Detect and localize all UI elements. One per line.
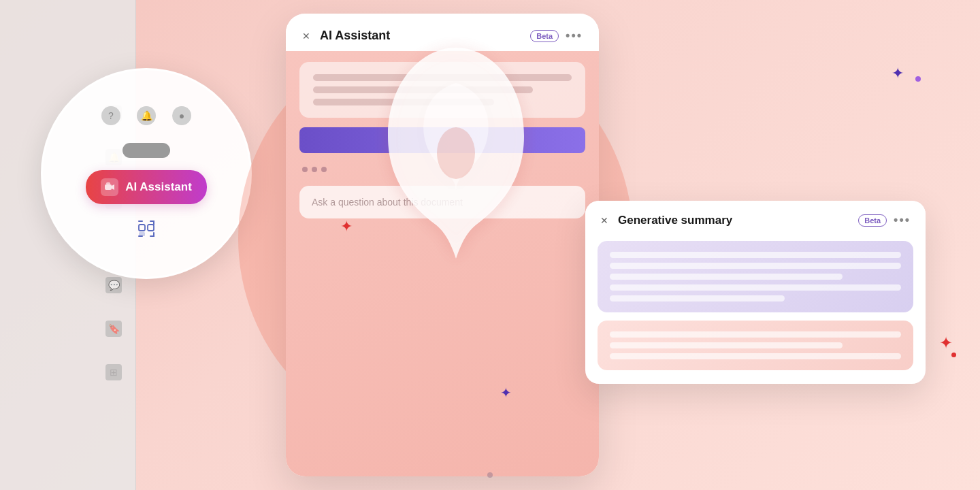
question-circle-icon: ? [101, 106, 120, 125]
bookmark-icon: 🔖 [105, 321, 122, 337]
summary-block-1 [598, 241, 913, 312]
summary-line-7 [610, 342, 843, 348]
scan-icon [137, 219, 156, 238]
summary-line-3 [610, 274, 843, 280]
close-icon[interactable]: ✕ [302, 31, 310, 42]
summary-line-4 [610, 284, 901, 291]
magnifier-top-row: ? 🔔 ● [101, 106, 191, 125]
svg-rect-1 [106, 182, 110, 184]
ask-placeholder: Ask a question about this document [312, 197, 463, 208]
chat-icon: 💬 [105, 277, 122, 293]
right-card-title: Generative summary [618, 214, 851, 227]
document-preview [299, 62, 585, 118]
svg-rect-3 [148, 225, 154, 231]
card-content: Ask a question about this document [286, 51, 599, 476]
dot-1 [302, 167, 308, 172]
ai-assistant-panel: ✕ AI Assistant Beta ••• Ask a question a… [286, 14, 599, 476]
card-header: ✕ AI Assistant Beta ••• [286, 14, 599, 51]
bell-circle-icon: 🔔 [137, 106, 156, 125]
dot-3 [321, 167, 327, 172]
summary-line-2 [610, 263, 901, 269]
doc-line-2 [313, 86, 533, 93]
summary-line-6 [610, 331, 901, 338]
ai-assistant-label: AI Assistant [125, 180, 192, 194]
bottom-indicator-dot [487, 472, 493, 478]
svg-rect-2 [139, 225, 145, 231]
svg-rect-0 [105, 184, 112, 190]
right-card-header: ✕ Generative summary Beta ••• [585, 201, 926, 237]
doc-line-3 [313, 99, 494, 105]
right-close-icon[interactable]: ✕ [600, 215, 608, 226]
grid-icon: ⊞ [105, 364, 122, 380]
summary-line-8 [610, 353, 901, 359]
summary-line-5 [610, 295, 785, 301]
summary-block-2 [598, 321, 913, 370]
avatar-circle-icon: ● [172, 106, 191, 125]
card-title: AI Assistant [320, 29, 523, 43]
highlight-bar [299, 127, 585, 153]
right-beta-badge: Beta [858, 214, 887, 227]
ask-input[interactable]: Ask a question about this document [299, 186, 585, 218]
summary-line-1 [610, 252, 901, 258]
gray-pill [122, 143, 170, 158]
magnifier-circle: ? 🔔 ● AI Assistant [41, 68, 252, 279]
ai-icon [101, 178, 118, 196]
beta-badge: Beta [530, 30, 559, 42]
generative-summary-panel: ✕ Generative summary Beta ••• [585, 201, 926, 384]
more-options-icon[interactable]: ••• [566, 29, 583, 43]
right-more-options-icon[interactable]: ••• [894, 213, 911, 227]
typing-dots [299, 163, 585, 176]
dot-2 [312, 167, 317, 172]
right-card-content [585, 237, 926, 384]
doc-line-1 [313, 74, 572, 81]
ai-assistant-button[interactable]: AI Assistant [86, 170, 207, 204]
magnifier-content: ? 🔔 ● AI Assistant [72, 93, 220, 255]
